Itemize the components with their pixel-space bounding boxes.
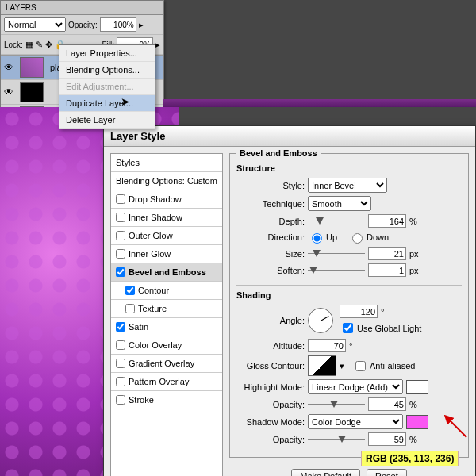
depth-input[interactable] bbox=[368, 214, 406, 228]
blend-mode-select[interactable]: Normal bbox=[4, 17, 66, 32]
opacity-label: Opacity: bbox=[68, 21, 98, 29]
shadow-opacity-input[interactable] bbox=[368, 432, 406, 446]
highlight-opacity-label: Opacity: bbox=[236, 400, 305, 409]
highlight-opacity-input[interactable] bbox=[368, 397, 406, 411]
shadow-color-swatch[interactable] bbox=[406, 415, 428, 429]
layer-thumbnail[interactable] bbox=[20, 57, 44, 78]
gloss-chevron-icon[interactable]: ▾ bbox=[340, 361, 344, 371]
style-texture[interactable]: Texture bbox=[111, 300, 222, 318]
checkbox[interactable] bbox=[116, 213, 125, 222]
altitude-label: Altitude: bbox=[236, 341, 305, 351]
angle-input[interactable] bbox=[340, 305, 378, 318]
cursor-icon: ➤ bbox=[121, 95, 130, 108]
checkbox[interactable] bbox=[116, 194, 125, 204]
highlight-mode-label: Highlight Mode: bbox=[236, 382, 305, 392]
size-unit: px bbox=[409, 249, 422, 259]
style-gradient-overlay[interactable]: Gradient Overlay bbox=[111, 355, 222, 373]
checkbox[interactable] bbox=[116, 249, 125, 259]
shadow-opacity-label: Opacity: bbox=[236, 435, 305, 444]
style-satin[interactable]: Satin bbox=[111, 318, 222, 336]
style-inner-glow[interactable]: Inner Glow bbox=[111, 245, 222, 263]
size-slider[interactable] bbox=[308, 248, 365, 260]
style-select[interactable]: Inner Bevel bbox=[308, 178, 387, 193]
ctx-blending-options[interactable]: Blending Options... bbox=[60, 62, 155, 79]
depth-slider[interactable] bbox=[308, 215, 365, 228]
depth-unit: % bbox=[409, 217, 422, 226]
shadow-opacity-slider[interactable] bbox=[308, 433, 365, 446]
ctx-edit-adjustment: Edit Adjustment... bbox=[60, 79, 155, 95]
style-inner-shadow[interactable]: Inner Shadow bbox=[111, 209, 222, 227]
highlight-opacity-unit: % bbox=[409, 400, 422, 409]
gloss-contour-label: Gloss Contour: bbox=[236, 361, 305, 370]
style-drop-shadow[interactable]: Drop Shadow bbox=[111, 190, 222, 209]
angle-unit: ° bbox=[381, 307, 393, 317]
style-bevel-emboss[interactable]: Bevel and Emboss bbox=[111, 263, 222, 282]
global-light-checkbox[interactable]: Use Global Light bbox=[340, 321, 421, 336]
soften-input[interactable] bbox=[368, 263, 406, 277]
styles-header[interactable]: Styles bbox=[111, 154, 222, 172]
lock-label: Lock: bbox=[4, 40, 23, 49]
svg-line-0 bbox=[447, 418, 466, 437]
gloss-contour-picker[interactable] bbox=[308, 355, 336, 376]
make-default-button[interactable]: Make Default bbox=[291, 469, 360, 476]
checkbox[interactable] bbox=[116, 322, 125, 332]
checkbox[interactable] bbox=[116, 359, 125, 368]
bevel-heading: Bevel and Emboss bbox=[236, 148, 321, 158]
soften-slider[interactable] bbox=[308, 264, 365, 277]
highlight-mode-select[interactable]: Linear Dodge (Add) bbox=[308, 379, 403, 394]
style-stroke[interactable]: Stroke bbox=[111, 391, 222, 409]
soften-label: Soften: bbox=[236, 266, 305, 275]
highlight-opacity-slider[interactable] bbox=[308, 398, 365, 411]
depth-label: Depth: bbox=[236, 217, 305, 226]
ctx-duplicate-layer[interactable]: Duplicate Layer... bbox=[60, 95, 155, 112]
soften-unit: px bbox=[409, 266, 422, 275]
altitude-input[interactable] bbox=[308, 339, 346, 352]
angle-widget[interactable] bbox=[308, 308, 333, 333]
layer-style-dialog: Layer Style Styles Blending Options: Cus… bbox=[103, 125, 476, 476]
ctx-delete-layer[interactable]: Delete Layer bbox=[60, 112, 155, 129]
checkbox[interactable] bbox=[116, 340, 125, 350]
reset-button[interactable]: Reset bbox=[367, 469, 407, 476]
checkbox[interactable] bbox=[116, 267, 125, 277]
shading-heading: Shading bbox=[236, 285, 462, 300]
opacity-chevron-icon[interactable]: ▸ bbox=[139, 20, 144, 30]
bevel-fieldset: Bevel and Emboss Structure Style: Inner … bbox=[229, 153, 469, 458]
checkbox[interactable] bbox=[116, 395, 125, 405]
direction-down-radio[interactable]: Down bbox=[348, 231, 389, 244]
opacity-input[interactable] bbox=[100, 17, 136, 32]
ctx-layer-properties[interactable]: Layer Properties... bbox=[60, 45, 155, 62]
structure-heading: Structure bbox=[236, 163, 462, 173]
style-outer-glow[interactable]: Outer Glow bbox=[111, 227, 222, 245]
anti-aliased-checkbox[interactable]: Anti-aliased bbox=[352, 359, 415, 374]
lock-move-icon[interactable]: ✥ bbox=[45, 40, 52, 50]
style-label: Style: bbox=[236, 181, 305, 190]
layers-tab[interactable]: LAYERS bbox=[1, 1, 163, 15]
dialog-title: Layer Style bbox=[104, 126, 475, 147]
style-color-overlay[interactable]: Color Overlay bbox=[111, 336, 222, 355]
fill-chevron-icon[interactable]: ▸ bbox=[155, 40, 160, 50]
checkbox[interactable] bbox=[125, 286, 135, 295]
visibility-icon[interactable]: 👁 bbox=[1, 62, 17, 73]
technique-label: Technique: bbox=[236, 199, 305, 209]
checkbox[interactable] bbox=[125, 304, 135, 313]
technique-select[interactable]: Smooth bbox=[308, 196, 371, 211]
altitude-unit: ° bbox=[349, 341, 362, 351]
lock-transparent-icon[interactable]: ▦ bbox=[25, 40, 33, 50]
visibility-icon[interactable]: 👁 bbox=[1, 86, 17, 98]
shadow-mode-select[interactable]: Color Dodge bbox=[308, 414, 403, 429]
blending-options-item[interactable]: Blending Options: Custom bbox=[111, 172, 222, 190]
direction-up-radio[interactable]: Up bbox=[308, 231, 337, 244]
size-input[interactable] bbox=[368, 247, 406, 260]
lock-brush-icon[interactable]: ✎ bbox=[36, 40, 43, 50]
checkbox[interactable] bbox=[116, 377, 125, 386]
style-contour[interactable]: Contour bbox=[111, 282, 222, 300]
direction-label: Direction: bbox=[236, 232, 305, 242]
checkbox[interactable] bbox=[116, 231, 125, 240]
annotation-arrow-icon bbox=[444, 415, 468, 439]
style-pattern-overlay[interactable]: Pattern Overlay bbox=[111, 373, 222, 391]
highlight-color-swatch[interactable] bbox=[406, 380, 428, 394]
layer-thumbnail[interactable] bbox=[20, 82, 44, 102]
size-label: Size: bbox=[236, 249, 305, 259]
shadow-opacity-unit: % bbox=[409, 435, 422, 444]
angle-label: Angle: bbox=[236, 316, 305, 325]
